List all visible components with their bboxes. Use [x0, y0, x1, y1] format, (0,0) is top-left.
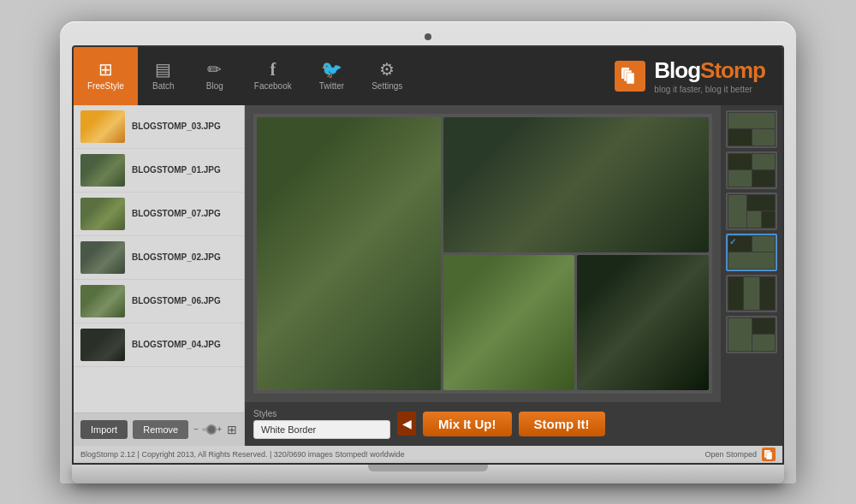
app-container: ⊞ FreeStyle ▤ Batch ✏ Blog f Facebook [74, 47, 782, 463]
import-button[interactable]: Import [80, 420, 128, 439]
zoom-slider[interactable] [202, 428, 213, 431]
layout-panel: ✓ [721, 105, 782, 446]
toolbar: ⊞ FreeStyle ▤ Batch ✏ Blog f Facebook [74, 47, 782, 105]
styles-select[interactable]: White Border No Border Black Border Thin… [253, 420, 390, 439]
file-name: BLOGSTOMP_07.JPG [132, 209, 221, 218]
main-content: BLOGSTOMP_03.JPG BLOGSTOMP_01.JPG BLOGST… [74, 105, 782, 446]
file-thumbnail [80, 329, 125, 361]
zoom-slider-container: − + [193, 424, 222, 434]
list-item[interactable]: BLOGSTOMP_04.JPG [74, 323, 244, 367]
styles-label: Styles [253, 409, 390, 418]
photo-grid [253, 114, 712, 394]
slider-thumb [206, 424, 217, 435]
nav-item-freestyle[interactable]: ⊞ FreeStyle [74, 47, 138, 105]
open-stomped-label: Open Stomped [704, 450, 757, 459]
laptop-shell: ⊞ FreeStyle ▤ Batch ✏ Blog f Facebook [60, 21, 796, 483]
file-thumbnail [80, 285, 125, 317]
list-item[interactable]: BLOGSTOMP_02.JPG [74, 236, 244, 280]
layout-thumb-5[interactable] [726, 275, 777, 312]
brand-logo: BlogStomp [654, 57, 765, 84]
grid-cell-2 [443, 117, 709, 252]
brand-icon [615, 61, 645, 92]
zoom-out-icon: − [193, 424, 199, 434]
status-right: Open Stomped [704, 448, 776, 461]
file-panel: BLOGSTOMP_03.JPG BLOGSTOMP_01.JPG BLOGST… [74, 105, 245, 446]
layout-thumb-4[interactable]: ✓ [726, 234, 777, 271]
styles-container: Styles White Border No Border Black Bord… [253, 409, 390, 439]
file-thumbnail [80, 110, 125, 143]
layout-thumb-1[interactable] [726, 110, 777, 148]
file-name: BLOGSTOMP_06.JPG [132, 296, 221, 305]
file-name: BLOGSTOMP_04.JPG [132, 340, 221, 349]
selected-checkmark: ✓ [729, 237, 736, 246]
nav-item-blog[interactable]: ✏ Blog [189, 47, 241, 105]
canvas-main [245, 105, 721, 402]
nav-item-facebook[interactable]: f Facebook [241, 47, 306, 105]
grid-cell-1 [257, 117, 441, 390]
open-stomped-icon[interactable] [762, 448, 776, 461]
laptop-screen: ⊞ FreeStyle ▤ Batch ✏ Blog f Facebook [72, 45, 784, 465]
laptop-base-inner [368, 465, 488, 471]
svg-rect-4 [766, 452, 772, 460]
file-thumbnail [80, 198, 125, 230]
stomp-it-button[interactable]: Stomp It! [519, 412, 605, 436]
status-bar: BlogStomp 2.12 | Copyright 2013, All Rig… [74, 446, 782, 463]
nav-item-batch[interactable]: ▤ Batch [138, 47, 189, 105]
layout-thumb-2[interactable] [726, 151, 777, 189]
nav-item-twitter[interactable]: 🐦 Twitter [306, 47, 358, 105]
list-item[interactable]: BLOGSTOMP_07.JPG [74, 193, 244, 236]
brand-area: BlogStomp blog it faster, blog it better [597, 47, 782, 105]
file-thumbnail [80, 154, 125, 187]
file-name: BLOGSTOMP_01.JPG [132, 165, 221, 175]
list-item[interactable]: BLOGSTOMP_01.JPG [74, 149, 244, 193]
laptop-camera [425, 33, 431, 40]
list-item[interactable]: BLOGSTOMP_06.JPG [74, 280, 244, 323]
canvas-bottom: Styles White Border No Border Black Bord… [245, 402, 721, 446]
nav-item-settings[interactable]: ⚙ Settings [358, 47, 416, 105]
batch-icon: ▤ [155, 61, 171, 78]
layout-thumb-3[interactable] [726, 193, 777, 230]
freestyle-icon: ⊞ [98, 61, 113, 78]
nav-bar: ⊞ FreeStyle ▤ Batch ✏ Blog f Facebook [74, 47, 597, 105]
status-left: BlogStomp 2.12 | Copyright 2013, All Rig… [80, 450, 404, 459]
twitter-icon: 🐦 [321, 61, 342, 78]
list-item[interactable]: BLOGSTOMP_03.JPG [74, 105, 244, 149]
file-name: BLOGSTOMP_03.JPG [132, 122, 221, 131]
prev-style-button[interactable]: ◀ [397, 412, 416, 436]
grid-cell-4 [577, 255, 709, 390]
settings-icon: ⚙ [379, 61, 395, 78]
file-name: BLOGSTOMP_02.JPG [132, 252, 221, 262]
canvas-area: Styles White Border No Border Black Bord… [245, 105, 721, 446]
file-panel-bottom: Import Remove − + ⊞ [74, 412, 244, 446]
grid-cell-3 [443, 255, 575, 390]
remove-button[interactable]: Remove [133, 420, 188, 439]
laptop-base [72, 465, 784, 483]
zoom-in-icon: + [217, 424, 222, 434]
facebook-icon: f [270, 61, 276, 78]
grid-view-icon[interactable]: ⊞ [227, 423, 237, 436]
file-thumbnail [80, 241, 125, 274]
blog-icon: ✏ [207, 61, 222, 78]
brand-tagline: blog it faster, blog it better [654, 84, 765, 95]
layout-thumb-6[interactable] [726, 316, 777, 353]
svg-rect-2 [627, 73, 634, 84]
mix-it-up-button[interactable]: Mix It Up! [423, 412, 512, 436]
